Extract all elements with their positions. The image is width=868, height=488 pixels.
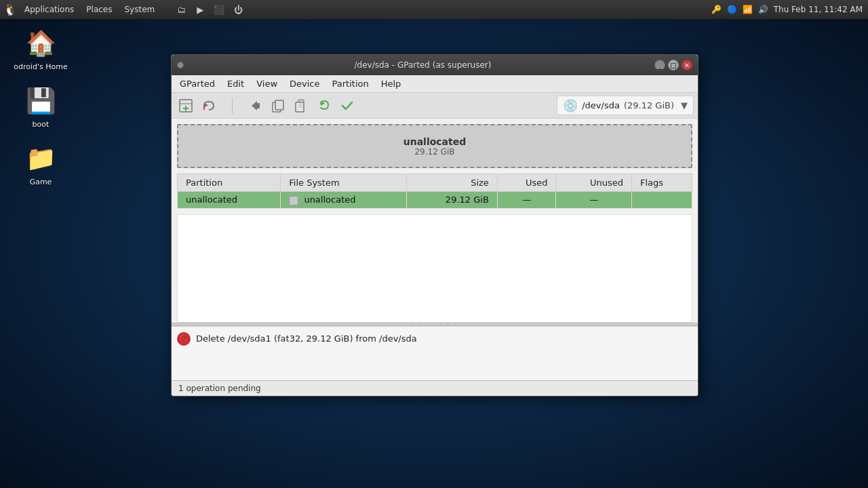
device-size: (29.12 GiB) (624, 100, 674, 110)
pending-operations-area: 🚫 Delete /dev/sda1 (fat32, 29.12 GiB) fr… (172, 326, 698, 380)
taskbar-left: 🐧 Applications Places System (0, 2, 160, 17)
toolbar-apply-button[interactable] (337, 96, 357, 115)
window-controls: _ □ ✕ (654, 60, 692, 70)
window-title: /dev/sda - GParted (as superuser) (191, 60, 654, 70)
col-used: Used (497, 174, 556, 192)
svg-rect-7 (257, 103, 260, 108)
menu-system[interactable]: System (119, 2, 160, 17)
cell-unused: — (556, 192, 631, 209)
toolbar-undo-all-button[interactable] (199, 96, 219, 115)
game-icon: 📁 (24, 142, 57, 175)
disk-visualization[interactable]: unallocated 29.12 GiB (177, 124, 692, 168)
cell-partition: unallocated (178, 192, 281, 209)
desktop-icon-home[interactable]: 🏠 odroid's Home (14, 27, 68, 71)
device-selector[interactable]: 💿 /dev/sda (29.12 GiB) ▼ (557, 96, 694, 115)
status-bar: 1 operation pending (172, 380, 698, 396)
svg-rect-11 (298, 100, 304, 102)
boot-label: boot (33, 120, 50, 129)
gparted-window: /dev/sda - GParted (as superuser) _ □ ✕ … (171, 54, 698, 396)
taskbar-power[interactable]: ⏻ (231, 2, 245, 17)
window-maximize-button[interactable]: □ (668, 60, 679, 70)
menu-partition[interactable]: Partition (327, 77, 374, 91)
taskbar-right: 🔑 🔵 📶 🔊 Thu Feb 11, 11:42 AM (711, 5, 868, 14)
table-header-row: Partition File System Size Used Unused F… (178, 174, 692, 192)
window-dot-inactive (177, 62, 184, 68)
toolbar-copy-button[interactable] (268, 96, 288, 115)
fs-label: unallocated (304, 195, 355, 205)
cell-size: 29.12 GiB (406, 192, 497, 209)
pending-operation-text: Delete /dev/sda1 (fat32, 29.12 GiB) from… (196, 333, 417, 344)
menu-view[interactable]: View (251, 77, 283, 91)
partition-table-container: Partition File System Size Used Unused F… (177, 174, 692, 209)
col-filesystem: File System (281, 174, 407, 192)
partition-table: Partition File System Size Used Unused F… (177, 174, 692, 209)
home-label: odroid's Home (14, 62, 68, 71)
game-label: Game (30, 178, 52, 186)
system-tray-bluetooth: 🔵 (727, 5, 737, 14)
cell-flags (631, 192, 692, 209)
menu-gparted[interactable]: GParted (174, 77, 220, 91)
window-minimize-button[interactable]: _ (654, 60, 665, 70)
desktop-icon-boot[interactable]: 💾 boot (14, 85, 68, 129)
device-icon: 💿 (563, 98, 578, 113)
toolbar-separator1 (222, 96, 242, 115)
taskbar-file-manager[interactable]: 🗂 (174, 2, 189, 17)
toolbar-undo-button[interactable] (314, 96, 334, 115)
toolbar-arrow-left-button[interactable] (245, 96, 265, 115)
desktop-icons: 🏠 odroid's Home 💾 boot 📁 Game (14, 27, 68, 186)
taskbar-media-player[interactable]: ▶ (193, 2, 208, 17)
taskbar: 🐧 Applications Places System 🗂 ▶ ⬛ ⏻ 🔑 🔵… (0, 0, 868, 19)
system-tray-network: 📶 (743, 5, 753, 14)
disk-visual-size: 29.12 GiB (414, 147, 454, 157)
table-row[interactable]: unallocated unallocated 29.12 GiB — — (178, 192, 692, 209)
menu-bar: GParted Edit View Device Partition Help (172, 75, 698, 93)
pending-operation-item: 🚫 Delete /dev/sda1 (fat32, 29.12 GiB) fr… (177, 332, 692, 346)
taskbar-clock: Thu Feb 11, 11:42 AM (774, 5, 863, 14)
col-flags: Flags (631, 174, 692, 192)
toolbar-paste-button[interactable] (291, 96, 311, 115)
system-tray-vpn: 🔑 (711, 5, 722, 14)
pending-delete-icon: 🚫 (177, 332, 191, 346)
toolbar: 💿 /dev/sda (29.12 GiB) ▼ (172, 93, 698, 119)
home-icon: 🏠 (24, 27, 57, 60)
window-close-button[interactable]: ✕ (682, 60, 692, 70)
menu-device[interactable]: Device (284, 77, 325, 91)
menu-edit[interactable]: Edit (222, 77, 250, 91)
disk-visual-label: unallocated (403, 136, 467, 147)
menu-help[interactable]: Help (376, 77, 407, 91)
app-icon[interactable]: 🐧 (3, 2, 18, 17)
empty-partition-area (177, 214, 692, 323)
status-text: 1 operation pending (178, 384, 261, 393)
taskbar-center: 🗂 ▶ ⬛ ⏻ (174, 2, 245, 17)
svg-rect-9 (275, 100, 283, 110)
menu-places[interactable]: Places (81, 2, 117, 17)
resize-dots-icon: · · · · · · · (412, 321, 457, 328)
cell-filesystem: unallocated (281, 192, 407, 209)
col-unused: Unused (556, 174, 631, 192)
window-titlebar: /dev/sda - GParted (as superuser) _ □ ✕ (172, 55, 698, 75)
menu-applications[interactable]: Applications (19, 2, 79, 17)
fs-color-dot (289, 196, 298, 205)
desktop-icon-game[interactable]: 📁 Game (14, 142, 68, 186)
toolbar-new-button[interactable] (176, 96, 196, 115)
taskbar-stop[interactable]: ⬛ (212, 2, 226, 17)
svg-marker-6 (252, 101, 257, 110)
boot-icon: 💾 (24, 85, 57, 117)
system-tray-volume: 🔊 (758, 5, 768, 14)
col-size: Size (406, 174, 497, 192)
device-label: /dev/sda (582, 100, 620, 110)
cell-used: — (497, 192, 556, 209)
device-dropdown-icon: ▼ (681, 100, 688, 110)
col-partition: Partition (178, 174, 281, 192)
